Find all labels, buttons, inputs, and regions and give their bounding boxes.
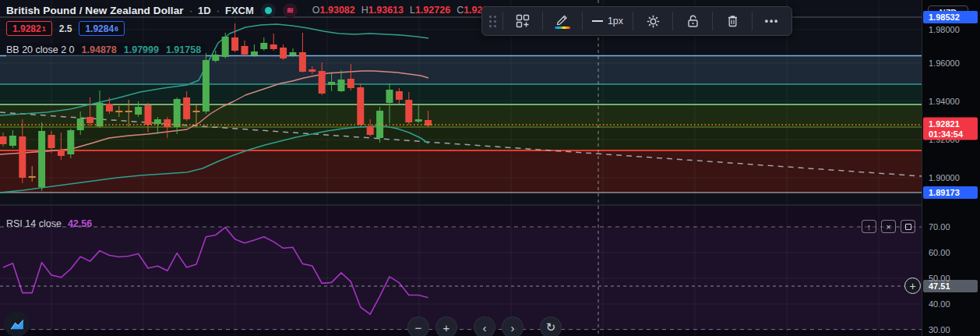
bar-countdown: 01:34:54 [929,129,963,139]
more-options-button[interactable]: ••• [757,9,787,33]
bb-basis-value: 1.94878 [82,44,117,55]
toolbar-separator [712,12,713,30]
notes-wave-icon[interactable]: ≋ [283,3,298,18]
close-pane-button[interactable]: × [881,220,896,233]
candle-body [241,46,249,55]
open-value: 1.93082 [320,5,355,16]
line-color-picker-button[interactable] [548,9,577,33]
candle-body [9,136,16,146]
candle-body [106,104,113,111]
add-alert-plus-icon[interactable]: + [904,278,921,294]
market-status-icon[interactable] [261,3,276,18]
trash-icon [726,14,739,28]
pencil-icon [555,13,569,25]
rsi-indicator-legend[interactable]: RSI 14 close 42.56 [6,218,92,229]
rsi-below-30-zone [0,330,922,336]
exchange-label[interactable]: FXCM [225,5,254,16]
drawing-bottom-price-badge: 1.89173 [923,186,978,199]
bb-indicator-legend[interactable]: BB 20 close 2 0 1.94878 1.97999 1.91758 [6,43,206,57]
candle-body [357,87,364,125]
scroll-right-button[interactable]: › [502,317,523,336]
candle-body [270,44,277,49]
candle-body [405,100,412,122]
price-axis[interactable]: NZD 1.980001.960001.940001.920001.90000 … [922,0,980,336]
maximize-pane-button[interactable] [901,220,915,233]
buy-ask-button[interactable]: 1.92846 [79,21,125,36]
candle-body [415,119,422,122]
candle-body [164,119,171,127]
candle-body [154,119,161,124]
rsi-axis-label: 60.00 [929,248,950,257]
delete-drawing-button[interactable] [717,9,747,33]
unlocked-padlock-icon [686,14,700,28]
price-zone-band-4 [0,150,922,193]
low-label: L [410,5,415,16]
chart-window: British Pound / New Zealand Dollar · 1D … [0,0,980,336]
rsi-indicator-title: RSI 14 close [6,218,62,229]
candle-body [125,111,132,112]
price-zone-band-3 [0,127,922,150]
scroll-controls: ‹ › [474,317,523,336]
maximize-icon [905,224,911,230]
ask-pip-digit: 6 [115,25,118,33]
add-to-layout-icon[interactable] [508,9,538,33]
candle-body [367,126,374,135]
candle-body [174,99,181,127]
reset-controls: ↻ [540,317,562,336]
drawing-top-price-badge: 1.98532 [923,11,978,23]
candle-body [86,117,93,123]
high-label: H [361,5,368,16]
toolbar-separator [582,12,583,30]
ask-price: 1.9284 [85,23,114,34]
rsi-axis-label: 50.00 [929,274,950,283]
candle-body [328,82,335,85]
separator-dot: · [217,5,220,16]
symbol-title[interactable]: British Pound / New Zealand Dollar [6,5,184,16]
candle-body [29,176,36,178]
line-width-label: 1px [608,16,623,27]
rsi-current-value: 42.56 [68,218,92,229]
separator-dot: · [189,5,192,16]
lock-drawing-button[interactable] [678,9,707,33]
candle-body [203,60,210,111]
bb-indicator-title: BB 20 close 2 0 [6,44,75,55]
reset-chart-button[interactable]: ↻ [540,317,562,336]
candle-body [135,107,142,115]
open-label: O [312,5,320,16]
candle-body [319,71,326,94]
candle-body [38,131,45,187]
settings-button[interactable] [638,9,668,33]
status-dot-icon [265,7,272,14]
toolbar-drag-handle-icon[interactable] [487,9,498,33]
last-price-value: 1.92821 [929,118,960,129]
zoom-controls: − + [407,317,457,336]
rsi-axis-label: 30.00 [929,325,950,334]
bb-upper-value: 1.97999 [124,44,159,55]
interval-button[interactable]: 1D [198,5,211,16]
move-pane-up-button[interactable]: ↑ [862,220,876,233]
sell-bid-button[interactable]: 1.92821 [6,21,52,36]
zoom-out-button[interactable]: − [407,317,429,336]
candle-body [97,103,104,126]
rsi-pane-controls: ↑ × [862,220,915,233]
scroll-left-button[interactable]: ‹ [474,317,495,336]
candle-body [347,79,354,88]
bb-lower-value: 1.91758 [166,44,201,55]
quote-row: 1.92821 2.5 1.92846 [6,21,125,36]
zoom-in-button[interactable]: + [435,317,457,336]
candle-body [251,51,258,55]
candle-body [260,43,267,49]
candle-body [115,111,122,112]
candle-body [19,136,26,178]
toolbar-separator [502,12,503,30]
rsi-axis-label: 40.00 [929,299,950,309]
mountain-chart-icon [9,316,26,333]
candle-body [183,97,190,119]
line-width-button[interactable]: 1px [587,9,628,33]
bid-pip-digit: 1 [42,25,46,33]
spread-value: 2.5 [59,23,72,34]
tradingview-logo[interactable] [4,311,30,336]
high-value: 1.93613 [368,5,404,16]
price-axis-label: 1.94000 [929,97,960,106]
candle-body [67,130,74,154]
